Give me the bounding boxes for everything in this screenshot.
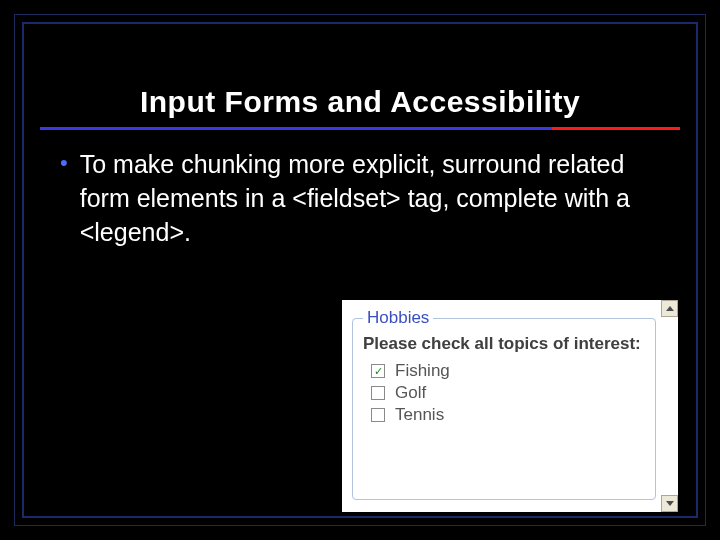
checkbox[interactable]: ✓ bbox=[371, 364, 385, 378]
checkbox[interactable] bbox=[371, 408, 385, 422]
chevron-down-icon bbox=[666, 501, 674, 506]
scroll-down-button[interactable] bbox=[661, 495, 678, 512]
fieldset-legend: Hobbies bbox=[363, 308, 433, 328]
checkbox-label: Golf bbox=[395, 383, 426, 403]
fieldset: Hobbies Please check all topics of inter… bbox=[352, 318, 656, 500]
checkbox-row: Tennis bbox=[363, 404, 645, 426]
checkbox-row: Golf bbox=[363, 382, 645, 404]
checkbox[interactable] bbox=[371, 386, 385, 400]
checkbox-label: Fishing bbox=[395, 361, 450, 381]
chevron-up-icon bbox=[666, 306, 674, 311]
scroll-up-button[interactable] bbox=[661, 300, 678, 317]
checkbox-row: ✓Fishing bbox=[363, 360, 645, 382]
checkbox-label: Tennis bbox=[395, 405, 444, 425]
embedded-form-screenshot: Hobbies Please check all topics of inter… bbox=[342, 300, 678, 512]
fieldset-prompt: Please check all topics of interest: bbox=[363, 333, 645, 354]
